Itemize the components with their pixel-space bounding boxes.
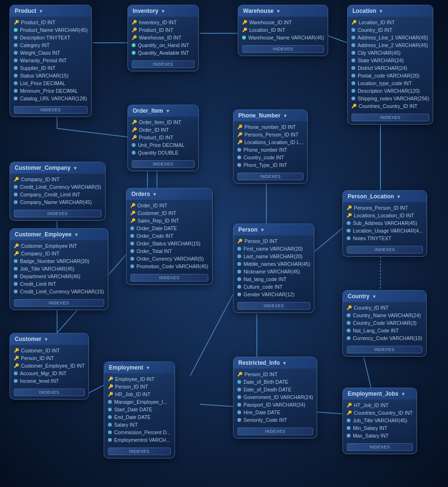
key-icon: 🔑	[237, 239, 242, 244]
dot-icon	[237, 156, 241, 159]
table-header-phone_number[interactable]: Phone_Number ▼	[234, 110, 307, 121]
key-icon: 🔑	[108, 377, 113, 381]
field-row: Min_Salary INT	[343, 424, 417, 432]
table-header-warehouse[interactable]: Warehouse ▼	[238, 5, 328, 17]
table-header-product[interactable]: Product ▼	[10, 5, 91, 17]
table-header-restricted_info[interactable]: Restricted_Info ▼	[234, 357, 317, 369]
field-row: Job_Title VARCHAR(45)	[10, 265, 108, 273]
field-text: Inventory_ID INT	[139, 19, 176, 25]
table-header-person[interactable]: Person ▼	[234, 224, 314, 235]
dot-icon	[14, 43, 18, 47]
indexes-button[interactable]: INDEXES	[14, 210, 101, 217]
field-text: Middle_names VARCHAR(45)	[243, 261, 310, 267]
indexes-button[interactable]: INDEXES	[237, 302, 310, 310]
field-text: Credit_Limit INT	[20, 281, 56, 287]
key-icon: 🔑	[347, 213, 351, 218]
field-row: Nickname VARCHAR(45)	[234, 268, 314, 275]
dot-icon	[130, 264, 134, 268]
fk-icon: 🔑	[132, 28, 136, 32]
field-row: Last_name VARCHAR(20)	[234, 253, 314, 260]
fk-icon: 🔑	[14, 251, 19, 256]
table-header-customer_company[interactable]: Customer_Company ▼	[10, 162, 105, 174]
dot-icon	[237, 262, 241, 266]
indexes-button[interactable]: INDEXES	[14, 106, 88, 114]
key-icon: 🔑	[14, 20, 19, 25]
table-header-location[interactable]: Location ▼	[348, 5, 433, 17]
indexes-button[interactable]: INDEXES	[237, 173, 303, 180]
table-body-location: 🔑 Location_ID INT Country_ID INT Address…	[348, 17, 433, 112]
dot-icon	[14, 259, 18, 263]
field-text: Company_ID INT	[21, 176, 59, 182]
table-customer: Customer ▼ 🔑 Customer_ID INT 🔑 Person_ID…	[10, 333, 89, 399]
table-header-inventory[interactable]: Inventory ▼	[128, 5, 198, 17]
field-row: Currency_Code VARCHAR(10)	[343, 334, 426, 342]
field-text: Country_Name VARCHAR(24)	[353, 312, 421, 318]
dot-icon	[14, 379, 18, 383]
dot-icon	[237, 388, 241, 391]
field-row: 🔑 Locations_Location_ID L...	[234, 138, 307, 146]
dot-icon	[14, 89, 18, 93]
field-row: 🔑 Order_Item_ID INT	[128, 118, 198, 126]
field-text: Warehouse_Name VARCHAR(45)	[248, 35, 324, 40]
table-header-country[interactable]: Country ▼	[343, 291, 426, 302]
indexes-button[interactable]: INDEXES	[108, 448, 171, 455]
indexes-button[interactable]: INDEXES	[242, 45, 324, 53]
field-text: Max_Salary INT	[353, 433, 389, 438]
indexes-button[interactable]: INDEXES	[237, 428, 313, 435]
field-row: Credit_Limit_Currency VARCHAR(5)	[10, 183, 105, 191]
field-row: End_Date DATE	[104, 413, 175, 421]
field-text: Phone_number INT	[243, 147, 287, 153]
dot-icon	[108, 400, 112, 404]
field-row: 🔑 Person_ID INT	[234, 370, 317, 378]
field-row: 🔑 Country_ID INT	[343, 304, 426, 312]
field-row: 🔑 HR_Job_ID INT	[104, 390, 175, 398]
field-text: Locations_Location_ID INT	[354, 213, 414, 218]
indexes-button[interactable]: INDEXES	[14, 389, 85, 396]
table-header-customer[interactable]: Customer ▼	[10, 333, 88, 345]
field-row: 🔑 Product_ID INT	[128, 26, 198, 34]
table-body-person_location: 🔑 Persons_Person_ID INT 🔑 Locations_Loca…	[343, 202, 427, 244]
field-text: Description TINYTEXT	[20, 35, 70, 40]
fk-icon: 🔑	[130, 211, 135, 215]
table-header-employment[interactable]: Employment ▼	[104, 362, 175, 373]
indexes-button[interactable]: INDEXES	[132, 60, 195, 68]
dot-icon	[132, 151, 136, 155]
table-body-restricted_info: 🔑 Person_ID INT Date_of_Birth DATE Date_…	[234, 369, 317, 426]
field-row: Country_ID INT	[348, 26, 433, 34]
indexes-button[interactable]: INDEXES	[14, 299, 104, 307]
field-text: Catalog_URL VARCHAR(128)	[20, 96, 87, 101]
indexes-button[interactable]: INDEXES	[347, 443, 413, 451]
field-text: Countries_Country_ID INT	[359, 103, 418, 109]
table-header-customer_employee[interactable]: Customer_Employee ▼	[10, 229, 108, 240]
indexes-button[interactable]: INDEXES	[347, 346, 422, 353]
field-text: Commission_Percent D...	[114, 429, 171, 435]
table-header-employment_jobs[interactable]: Employment_Jobs ▼	[343, 388, 417, 399]
field-row: List_Price DECIMAL	[10, 79, 91, 87]
key-icon: 🔑	[14, 244, 19, 248]
field-text: Order_ID INT	[137, 203, 167, 208]
indexes-button[interactable]: INDEXES	[130, 274, 208, 282]
indexes-button[interactable]: INDEXES	[132, 160, 195, 168]
dot-icon	[237, 418, 241, 422]
table-header-order_item[interactable]: Order_Item ▼	[128, 105, 198, 117]
key-icon: 🔑	[351, 20, 356, 25]
dot-icon	[108, 430, 112, 434]
field-row: Country_Name VARCHAR(24)	[343, 312, 426, 319]
table-header-person_location[interactable]: Person_Location ▼	[343, 191, 427, 202]
field-row: Commission_Percent D...	[104, 429, 175, 436]
dropdown-arrow-icon: ▼	[152, 192, 157, 197]
field-text: Hire_Date DATE	[243, 409, 280, 415]
indexes-button[interactable]: INDEXES	[347, 246, 423, 253]
field-row: 🔑 Customer_Employee INT	[10, 242, 108, 250]
field-text: Phoni_Type_ID INT	[243, 162, 287, 168]
table-header-orders[interactable]: Orders ▼	[127, 188, 212, 200]
dot-icon	[14, 51, 18, 55]
field-row: 🔑 Person_ID INT	[104, 383, 175, 390]
indexes-button[interactable]: INDEXES	[351, 114, 429, 121]
field-text: Order_Date DATE	[136, 225, 177, 231]
dot-icon	[351, 89, 355, 93]
fk-icon: 🔑	[132, 135, 136, 140]
field-text: Employee_ID INT	[115, 376, 155, 382]
field-text: Shipping_notes VARCHAR(256)	[358, 96, 429, 101]
field-text: Address_Line_2 VARCHAR(45)	[358, 42, 428, 48]
